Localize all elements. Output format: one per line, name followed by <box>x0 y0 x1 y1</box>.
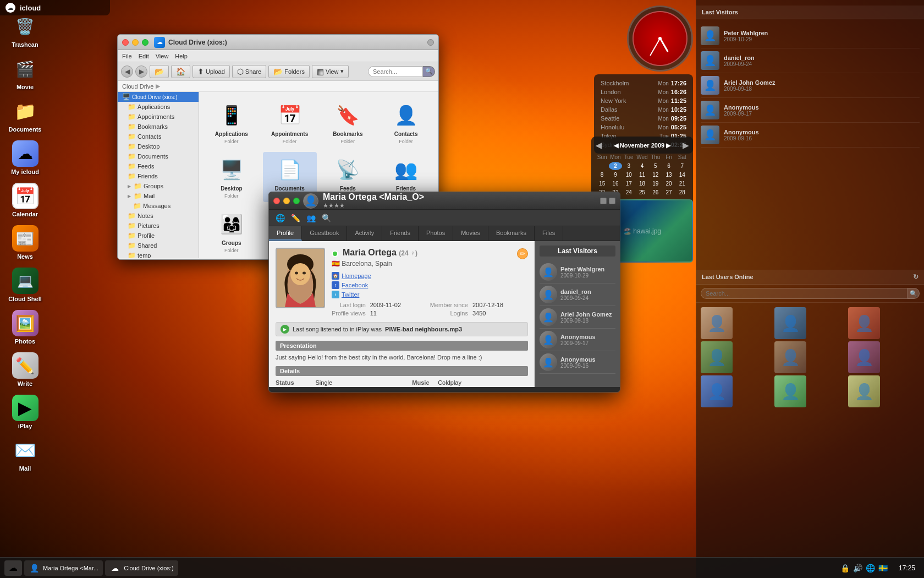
link-facebook[interactable]: f Facebook <box>332 281 528 289</box>
desktop-icon-news[interactable]: 📰 News <box>4 223 46 262</box>
rp-search-input[interactable] <box>701 288 908 299</box>
file-applications[interactable]: 📱 Applications Folder <box>205 97 258 148</box>
cal-day-24[interactable]: 24 <box>623 188 635 197</box>
file-desktop[interactable]: 🖥️ Desktop Folder <box>205 152 258 202</box>
cal-day-12[interactable]: 12 <box>649 171 662 179</box>
link-twitter[interactable]: t Twitter <box>332 291 528 298</box>
cal-day-9[interactable]: 9 <box>609 171 622 179</box>
user-thumb-8[interactable]: 👤 <box>774 375 806 407</box>
link-homepage[interactable]: 🏠 Homepage <box>332 272 528 280</box>
taskbar-item-cloud-drive[interactable]: ☁ Cloud Drive (xios:) <box>105 560 178 576</box>
cal-day-25[interactable]: 25 <box>636 188 648 197</box>
cal-day-13[interactable]: 13 <box>662 171 675 179</box>
user-thumb-2[interactable]: 👤 <box>774 307 806 339</box>
file-groups[interactable]: 👨‍👩‍👧 Groups Folder <box>205 206 258 257</box>
cal-day-3[interactable]: 3 <box>623 162 635 170</box>
refresh-icon[interactable]: ↻ <box>913 273 919 281</box>
forward-button[interactable]: ▶ <box>135 66 147 78</box>
cal-day-26[interactable]: 26 <box>649 188 662 197</box>
upload-button[interactable]: ⬆ Upload <box>193 65 230 78</box>
cal-day-11[interactable]: 11 <box>636 171 648 179</box>
tree-shared[interactable]: 📁 Shared <box>118 241 199 250</box>
desktop-icon-calendar[interactable]: 📅 Calendar <box>4 181 46 220</box>
tree-desktop[interactable]: 📁 Desktop <box>118 141 199 151</box>
tab-guestbook[interactable]: Guestbook <box>302 226 347 241</box>
close-button[interactable] <box>122 39 129 46</box>
tab-friends[interactable]: Friends <box>382 226 419 241</box>
tree-appointments[interactable]: 📁 Appointments <box>118 112 199 122</box>
cal-day-6[interactable]: 6 <box>662 162 675 170</box>
tree-mail[interactable]: ▶ 📁 Mail <box>118 191 199 201</box>
menu-edit[interactable]: Edit <box>139 53 149 59</box>
desktop-icon-cloud-shell[interactable]: 💻 Cloud Shell <box>4 265 46 304</box>
desktop-icon-iplay[interactable]: ▶ iPlay <box>4 392 46 432</box>
search-button[interactable]: 🔍 <box>423 66 435 77</box>
tab-files[interactable]: Files <box>535 226 563 241</box>
win-control-1[interactable] <box>427 39 434 46</box>
cal-day-20[interactable]: 20 <box>662 179 675 188</box>
cal-day-5[interactable]: 5 <box>649 162 662 170</box>
tree-profile[interactable]: 📁 Profile <box>118 231 199 241</box>
breadcrumb-text[interactable]: Cloud Drive <box>122 83 153 90</box>
cal-day-14[interactable]: 14 <box>676 171 689 179</box>
tree-bookmarks[interactable]: 📁 Bookmarks <box>118 122 199 132</box>
tree-pictures[interactable]: 📁 Pictures <box>118 221 199 231</box>
tab-photos[interactable]: Photos <box>419 226 453 241</box>
user-thumb-9[interactable]: 👤 <box>848 375 880 407</box>
search-input[interactable] <box>368 66 423 77</box>
profile-ctrl-1[interactable] <box>600 198 607 204</box>
menu-file[interactable]: File <box>122 53 132 59</box>
tree-friends[interactable]: 📁 Friends <box>118 171 199 181</box>
menu-help[interactable]: Help <box>175 53 188 59</box>
desktop-icon-photos[interactable]: 🖼️ Photos <box>4 308 46 347</box>
folders-button[interactable]: 📂 Folders <box>268 65 310 78</box>
desktop-icon-movie[interactable]: 🎬 Movie <box>4 53 46 92</box>
globe-icon[interactable]: 🌐 <box>273 211 287 225</box>
tree-cloud-drive[interactable]: 🖥️ Cloud Drive (xios:) <box>118 92 199 102</box>
cal-day-27[interactable]: 27 <box>662 188 675 197</box>
tab-movies[interactable]: Movies <box>453 226 488 241</box>
user-thumb-3[interactable]: 👤 <box>848 307 880 339</box>
desktop-icon-trashcan[interactable]: 🗑️ Trashcan <box>4 11 46 50</box>
user-thumb-5[interactable]: 👤 <box>774 341 806 373</box>
tree-documents[interactable]: 📁 Documents <box>118 151 199 161</box>
user-thumb-6[interactable]: 👤 <box>848 341 880 373</box>
cal-day-21[interactable]: 21 <box>676 179 689 188</box>
calendar-next[interactable]: ▶ <box>683 141 689 150</box>
cal-day-8[interactable]: 8 <box>596 171 608 179</box>
cal-day-16[interactable]: 16 <box>609 179 622 188</box>
cal-day-19[interactable]: 19 <box>649 179 662 188</box>
profile-ctrl-2[interactable] <box>609 198 615 204</box>
profile-edit-button[interactable]: ✏ <box>517 248 528 259</box>
maximize-button[interactable] <box>142 39 148 46</box>
file-appointments[interactable]: 📅 Appointments Folder <box>263 97 317 148</box>
tab-activity[interactable]: Activity <box>347 226 382 241</box>
view-button[interactable]: ▦ View ▾ <box>312 65 349 78</box>
cal-day-7[interactable]: 7 <box>676 162 689 170</box>
cal-day-4[interactable]: 4 <box>636 162 648 170</box>
menu-view[interactable]: View <box>156 53 169 59</box>
up-button[interactable]: 📂 <box>150 65 169 78</box>
tree-contacts[interactable]: 📁 Contacts <box>118 132 199 141</box>
cal-day-18[interactable]: 18 <box>636 179 648 188</box>
edit-icon[interactable]: ✏️ <box>289 211 302 225</box>
tree-messages[interactable]: 📁 Messages <box>118 201 199 211</box>
app-launcher-button[interactable]: ☁ <box>4 560 22 576</box>
cal-day-15[interactable]: 15 <box>596 179 608 188</box>
minimize-button[interactable] <box>132 39 139 46</box>
file-contacts[interactable]: 👤 Contacts Folder <box>379 97 433 148</box>
profile-minimize-button[interactable] <box>283 198 290 204</box>
back-button[interactable]: ◀ <box>121 66 133 78</box>
taskbar-item-profile[interactable]: 👤 Maria Ortega <Mar... <box>24 560 103 576</box>
user-thumb-7[interactable]: 👤 <box>701 375 733 407</box>
rp-search-button[interactable]: 🔍 <box>908 288 920 299</box>
tab-bookmarks[interactable]: Bookmarks <box>488 226 535 241</box>
profile-maximize-button[interactable] <box>293 198 300 204</box>
home-button[interactable]: 🏠 <box>171 65 190 78</box>
share-button[interactable]: ⬡ Share <box>232 65 266 78</box>
cal-day-2[interactable]: 2 <box>609 162 622 170</box>
tree-applications[interactable]: 📁 Applications <box>118 102 199 112</box>
tree-temp[interactable]: 📁 temp <box>118 250 199 258</box>
search-tool-icon[interactable]: 🔍 <box>320 211 333 225</box>
tab-profile[interactable]: Profile <box>269 226 302 241</box>
